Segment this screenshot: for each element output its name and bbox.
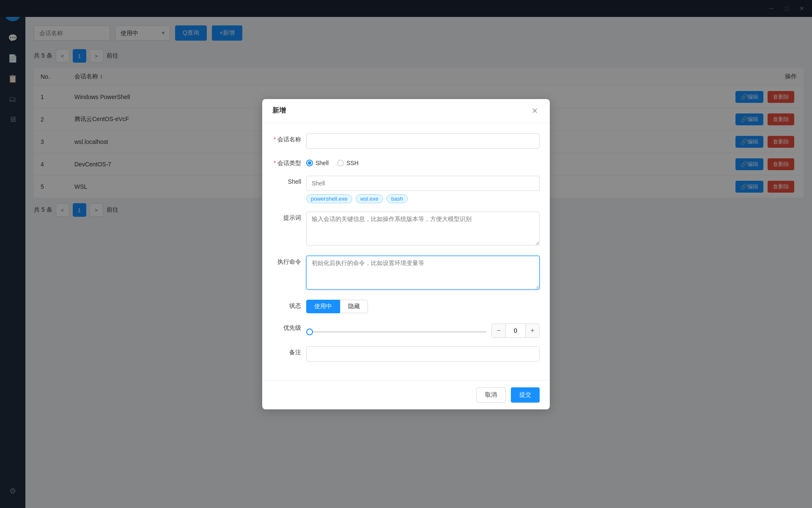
field-cmd: 执行命令	[272, 256, 540, 291]
radio-shell-label: Shell	[315, 160, 329, 166]
modal-body: 会话名称 会话类型 Shell SSH	[262, 123, 550, 380]
field-remark: 备注	[272, 346, 540, 362]
tag-bash[interactable]: bash	[387, 194, 408, 203]
cmd-label: 执行命令	[272, 256, 306, 266]
modal-dialog: 新增 ✕ 会话名称 会话类型 Shell	[262, 99, 550, 409]
field-session-name: 会话名称	[272, 133, 540, 149]
priority-control: − 0 +	[306, 322, 540, 338]
stepper-decrement-btn[interactable]: −	[492, 324, 505, 337]
radio-shell-circle	[306, 160, 313, 166]
hint-textarea[interactable]	[306, 212, 540, 246]
modal-footer: 取消 提交	[262, 380, 550, 409]
session-type-label: 会话类型	[272, 157, 306, 167]
radio-shell[interactable]: Shell	[306, 160, 329, 166]
status-control: 使用中 隐藏	[306, 300, 540, 313]
shell-tags: powershell.exe wsl.exe bash	[306, 194, 540, 203]
radio-ssh-label: SSH	[346, 160, 359, 166]
cmd-control	[306, 256, 540, 291]
session-name-control	[306, 133, 540, 149]
field-status: 状态 使用中 隐藏	[272, 300, 540, 313]
priority-value-input[interactable]: 0	[505, 324, 526, 337]
session-name-input[interactable]	[306, 133, 540, 149]
status-active-btn[interactable]: 使用中	[306, 300, 340, 313]
modal-overlay: 新增 ✕ 会话名称 会话类型 Shell	[0, 0, 812, 508]
status-toggle: 使用中 隐藏	[306, 300, 540, 313]
session-type-control: Shell SSH	[306, 157, 540, 166]
submit-button[interactable]: 提交	[511, 387, 540, 403]
field-priority: 优先级 − 0 +	[272, 322, 540, 338]
shell-label: Shell	[272, 176, 306, 185]
field-session-type: 会话类型 Shell SSH	[272, 157, 540, 167]
remark-control	[306, 346, 540, 362]
tag-wsl[interactable]: wsl.exe	[356, 194, 383, 203]
field-shell: Shell powershell.exe wsl.exe bash	[272, 176, 540, 203]
hint-control	[306, 212, 540, 247]
priority-stepper: − 0 +	[491, 323, 540, 338]
priority-label: 优先级	[272, 322, 306, 332]
shell-control: powershell.exe wsl.exe bash	[306, 176, 540, 203]
remark-label: 备注	[272, 346, 306, 356]
cmd-textarea[interactable]	[306, 256, 540, 290]
session-name-label: 会话名称	[272, 133, 306, 144]
stepper-increment-btn[interactable]: +	[526, 324, 539, 337]
shell-input[interactable]	[306, 176, 540, 191]
cancel-button[interactable]: 取消	[476, 387, 506, 403]
priority-slider-wrapper	[306, 327, 486, 334]
priority-row: − 0 +	[306, 322, 540, 338]
status-label: 状态	[272, 300, 306, 310]
priority-slider[interactable]	[306, 331, 486, 333]
modal-header: 新增 ✕	[262, 99, 550, 123]
radio-ssh-circle	[337, 160, 344, 166]
modal-close-button[interactable]: ✕	[529, 106, 540, 116]
tag-powershell[interactable]: powershell.exe	[306, 194, 352, 203]
status-hidden-btn[interactable]: 隐藏	[340, 300, 368, 313]
modal-title: 新增	[272, 106, 286, 115]
hint-label: 提示词	[272, 212, 306, 222]
remark-input[interactable]	[306, 346, 540, 362]
radio-ssh[interactable]: SSH	[337, 160, 359, 166]
field-hint: 提示词	[272, 212, 540, 247]
